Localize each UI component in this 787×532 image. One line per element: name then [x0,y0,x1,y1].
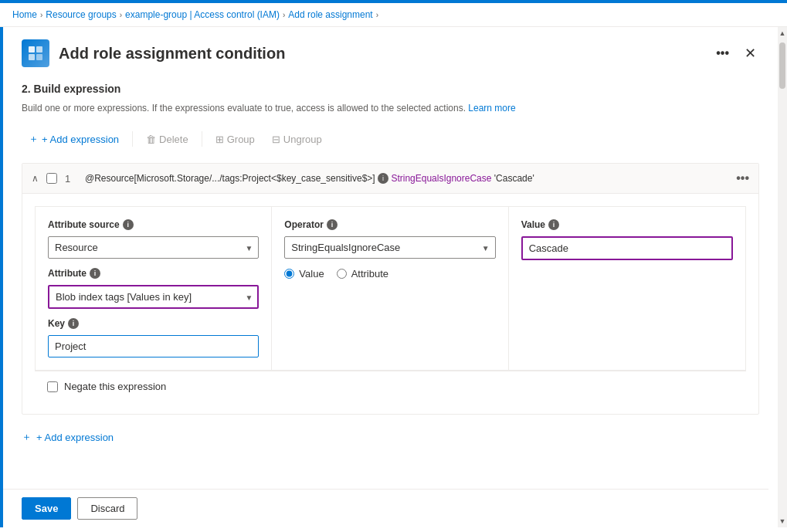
learn-more-link[interactable]: Learn more [468,103,515,114]
expression-fields: Attribute source i Resource Request Envi… [35,206,746,371]
svg-rect-3 [36,54,42,60]
group-button[interactable]: ⊞ Group [209,129,262,150]
value-info-icon[interactable]: i [548,219,559,230]
breadcrumb-chevron-2: › [120,11,122,19]
operator-info-icon[interactable]: i [327,219,338,230]
ellipsis-button[interactable]: ••• [710,43,735,63]
footer: Save Discard [3,489,768,527]
expression-body: Attribute source i Resource Request Envi… [22,194,758,414]
breadcrumb-home[interactable]: Home [12,9,37,20]
add-expression-label: + Add expression [42,134,119,145]
section-name: Build expression [34,83,121,95]
breadcrumb-chevron-4: › [376,11,378,19]
key-label: Key i [48,318,259,329]
delete-label: Delete [159,134,188,145]
negate-section: Negate this expression [35,371,746,402]
value-section: Value i [509,207,745,370]
close-button[interactable]: ✕ [741,42,759,65]
radio-value-input[interactable] [284,269,294,279]
toolbar-divider-2 [202,131,202,147]
delete-button[interactable]: 🗑 Delete [139,129,195,150]
toolbar: ＋ + Add expression 🗑 Delete ⊞ Group ⊟ Un… [22,127,759,151]
expression-number: 1 [65,173,77,185]
expression-header: ∧ 1 @Resource[Microsoft.Storage/.../tags… [22,164,758,194]
attribute-info-icon[interactable]: i [90,268,100,279]
radio-attribute-label: Attribute [351,268,388,280]
value-type-radio-group: Value Attribute [284,268,495,280]
page-header-left: Add role assignment condition [22,39,285,67]
scrollbar[interactable]: ▲ ▼ [778,27,787,527]
page-icon [22,39,49,67]
group-label: Group [227,134,255,145]
page-header-actions: ••• ✕ [710,42,759,65]
add-icon: ＋ [29,132,39,146]
section-number: 2. [22,83,31,95]
radio-value-option[interactable]: Value [284,268,324,280]
breadcrumb-access-control[interactable]: example-group | Access control (IAM) [125,9,280,20]
negate-checkbox[interactable] [47,381,58,392]
breadcrumb-chevron-3: › [283,11,285,19]
negate-label[interactable]: Negate this expression [64,381,166,392]
operator-section: Operator i StringEquals StringEqualsIgno… [272,207,508,370]
breadcrumb: Home › Resource groups › example-group |… [0,3,787,27]
formula-info-icon[interactable]: i [378,173,388,184]
add-expression-toolbar-button[interactable]: ＋ + Add expression [22,127,126,151]
breadcrumb-chevron-1: › [40,11,42,19]
main-content: Add role assignment condition ••• ✕ 2. B… [3,27,778,527]
key-input[interactable] [48,335,259,357]
operator-select[interactable]: StringEquals StringEqualsIgnoreCase Stri… [284,236,495,259]
expression-container: ∧ 1 @Resource[Microsoft.Storage/.../tags… [22,163,759,415]
page-title: Add role assignment condition [59,45,285,63]
add-expression-plus-icon: ＋ [22,430,32,444]
radio-attribute-option[interactable]: Attribute [337,268,388,280]
page-header: Add role assignment condition ••• ✕ [22,39,759,67]
delete-icon: 🗑 [146,134,156,145]
expression-more-button[interactable]: ••• [736,171,749,185]
scroll-thumb[interactable] [779,42,785,89]
breadcrumb-resource-groups[interactable]: Resource groups [46,9,116,20]
add-expression-link[interactable]: ＋ + Add expression [22,424,759,450]
radio-attribute-input[interactable] [337,269,347,279]
value-input[interactable] [521,236,733,260]
scroll-down-arrow[interactable]: ▼ [778,515,787,527]
section-title: 2. Build expression [22,83,759,95]
operator-select-wrapper: StringEquals StringEqualsIgnoreCase Stri… [284,236,495,259]
breadcrumb-add-role[interactable]: Add role assignment [288,9,372,20]
discard-button[interactable]: Discard [77,497,137,520]
expression-checkbox[interactable] [46,173,57,184]
ungroup-icon: ⊟ [272,134,280,145]
ungroup-label: Ungroup [283,134,322,145]
attribute-label: Attribute i [48,268,259,279]
attribute-select[interactable]: Blob index tags [Values in key] Blob ind… [48,285,259,309]
add-expression-link-label: + Add expression [36,432,114,443]
attribute-source-label: Attribute source i [48,219,259,230]
collapse-button[interactable]: ∧ [32,173,39,184]
attribute-select-wrapper: Blob index tags [Values in key] Blob ind… [48,285,259,309]
operator-label: Operator i [284,219,495,230]
toolbar-divider-1 [132,131,133,147]
svg-rect-0 [29,46,35,53]
group-icon: ⊞ [215,134,224,145]
attribute-source-info-icon[interactable]: i [123,219,134,230]
expression-formula: @Resource[Microsoft.Storage/.../tags:Pro… [85,173,728,185]
section-description: Build one or more expressions. If the ex… [22,101,759,115]
value-field-label: Value i [521,219,733,230]
svg-rect-2 [29,54,35,60]
svg-rect-1 [36,46,42,53]
attribute-source-select[interactable]: Resource Request Environment Principal [48,236,259,259]
radio-value-label: Value [299,268,324,280]
scroll-up-arrow[interactable]: ▲ [778,27,787,39]
formula-operator: StringEqualsIgnoreCase [391,173,491,184]
ungroup-button[interactable]: ⊟ Ungroup [265,129,329,150]
formula-value: 'Cascade' [494,173,534,184]
attribute-source-section: Attribute source i Resource Request Envi… [36,207,272,370]
formula-text: @Resource[Microsoft.Storage/.../tags:Pro… [85,173,375,184]
attribute-source-select-wrapper: Resource Request Environment Principal ▼ [48,236,259,259]
save-button[interactable]: Save [22,497,71,520]
key-info-icon[interactable]: i [68,318,79,329]
